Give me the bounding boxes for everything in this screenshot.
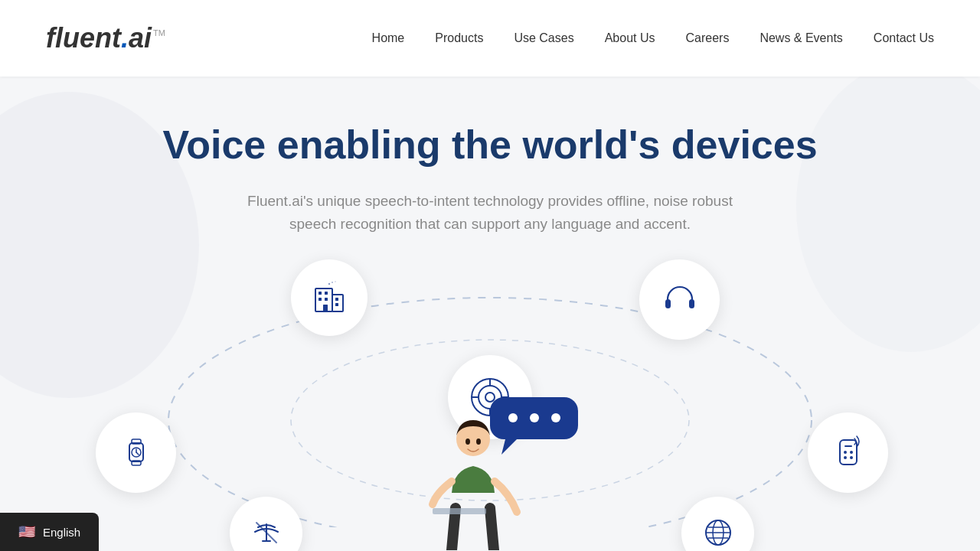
- headphones-icon-circle: [639, 259, 720, 340]
- svg-rect-5: [325, 292, 328, 295]
- hero-heading: Voice enabling the world's devices: [46, 122, 934, 168]
- svg-rect-10: [323, 305, 328, 311]
- logo-text: fluent.ai: [46, 22, 152, 54]
- wifi-icon: [250, 517, 283, 549]
- flag-icon: 🇺🇸: [18, 523, 35, 540]
- nav-products[interactable]: Products: [435, 31, 483, 45]
- language-selector[interactable]: 🇺🇸 English: [0, 513, 99, 551]
- person-illustration: [390, 382, 590, 550]
- svg-point-31: [844, 451, 847, 454]
- svg-point-47: [551, 413, 560, 422]
- svg-rect-8: [335, 298, 338, 301]
- svg-point-50: [466, 439, 470, 445]
- nav-contact-us[interactable]: Contact Us: [874, 31, 934, 45]
- svg-rect-6: [318, 298, 322, 301]
- svg-rect-9: [335, 303, 338, 306]
- globe-icon: [702, 517, 734, 549]
- nav-home[interactable]: Home: [372, 31, 405, 45]
- svg-marker-44: [501, 439, 517, 455]
- svg-point-32: [850, 451, 853, 454]
- svg-rect-14: [665, 299, 671, 308]
- hero-subtext: Fluent.ai's unique speech-to-intent tech…: [222, 190, 758, 236]
- svg-point-33: [844, 456, 847, 459]
- svg-rect-29: [840, 440, 857, 465]
- nav-use-cases[interactable]: Use Cases: [514, 31, 573, 45]
- watch-icon: [116, 432, 156, 472]
- logo-tm: TM: [153, 28, 165, 37]
- language-label: English: [43, 526, 80, 539]
- watch-icon-circle: [96, 412, 176, 493]
- main-nav: Home Products Use Cases About Us Careers…: [372, 31, 934, 45]
- hero-section: Voice enabling the world's devices Fluen…: [0, 77, 980, 236]
- svg-rect-15: [689, 299, 694, 308]
- nav-about-us[interactable]: About Us: [605, 31, 655, 45]
- diagram-area: [0, 252, 980, 543]
- svg-rect-7: [325, 298, 328, 301]
- headphones-icon: [660, 279, 700, 319]
- svg-point-45: [508, 413, 518, 422]
- svg-rect-4: [318, 292, 322, 295]
- svg-point-34: [850, 456, 853, 459]
- remote-icon-circle: [808, 412, 888, 493]
- svg-line-28: [136, 452, 139, 455]
- nav-careers[interactable]: Careers: [685, 31, 729, 45]
- building-icon: [309, 278, 349, 318]
- building-icon-circle: [291, 259, 368, 336]
- logo: fluent.ai TM: [46, 22, 165, 54]
- header: fluent.ai TM Home Products Use Cases Abo…: [0, 0, 980, 77]
- svg-point-11: [328, 282, 330, 284]
- svg-point-51: [476, 439, 481, 445]
- svg-point-12: [332, 282, 333, 283]
- nav-news-events[interactable]: News & Events: [760, 31, 842, 45]
- svg-point-13: [335, 281, 336, 282]
- remote-icon: [828, 432, 868, 472]
- svg-point-46: [530, 413, 539, 422]
- svg-rect-49: [433, 508, 486, 514]
